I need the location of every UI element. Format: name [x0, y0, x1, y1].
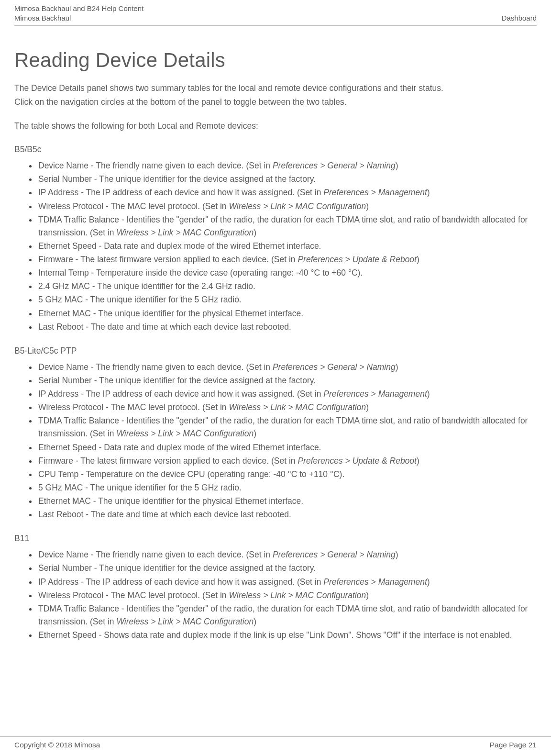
list-item-tail: ) [417, 255, 419, 264]
list-item-tail: ) [253, 228, 256, 237]
list-item-text: IP Address - The IP address of each devi… [38, 188, 323, 197]
list-item: Wireless Protocol - The MAC level protoc… [37, 200, 537, 213]
nav-path: Preferences > Update & Reboot [298, 255, 417, 264]
detail-list: Device Name - The friendly name given to… [14, 548, 537, 642]
list-item-tail: ) [396, 362, 398, 372]
list-item: Device Name - The friendly name given to… [37, 361, 537, 374]
list-item-tail: ) [396, 550, 398, 559]
list-item-text: Ethernet Speed - Shows data rate and dup… [38, 630, 512, 640]
nav-path: Wireless > Link > MAC Configuration [116, 228, 253, 237]
list-item-text: IP Address - The IP address of each devi… [38, 577, 323, 587]
list-item: 5 GHz MAC - The unique identifier for th… [37, 293, 537, 306]
page-title: Reading Device Details [14, 49, 537, 72]
header-line2-right: Dashboard [502, 13, 537, 23]
list-item-text: TDMA Traffic Balance - Identifies the "g… [38, 215, 528, 237]
nav-path: Wireless > Link > MAC Configuration [116, 429, 253, 438]
nav-path: Preferences > General > Naming [273, 161, 396, 170]
list-item-text: Last Reboot - The date and time at which… [38, 510, 291, 519]
nav-path: Preferences > Management [323, 188, 427, 197]
list-item-text: Device Name - The friendly name given to… [38, 362, 273, 372]
nav-path: Wireless > Link > MAC Configuration [229, 590, 366, 600]
list-item-text: Serial Number - The unique identifier fo… [38, 563, 316, 573]
list-item: Device Name - The friendly name given to… [37, 159, 537, 172]
list-item: IP Address - The IP address of each devi… [37, 186, 537, 199]
list-item-tail: ) [427, 577, 430, 587]
page-footer: Copyright © 2018 Mimosa Page Page 21 [0, 736, 551, 749]
list-item-text: Wireless Protocol - The MAC level protoc… [38, 590, 229, 600]
list-item: 2.4 GHz MAC - The unique identifier for … [37, 280, 537, 293]
list-item-text: Ethernet Speed - Data rate and duplex mo… [38, 443, 321, 452]
list-item: IP Address - The IP address of each devi… [37, 576, 537, 589]
list-item-text: Internal Temp - Temperature inside the d… [38, 268, 363, 278]
list-item-text: TDMA Traffic Balance - Identifies the "g… [38, 416, 528, 438]
intro-paragraph-1: The Device Details panel shows two summa… [14, 82, 537, 94]
list-item-text: CPU Temp - Temperature on the device CPU… [38, 469, 344, 479]
list-item-text: Serial Number - The unique identifier fo… [38, 376, 316, 385]
header-line2-left: Mimosa Backhaul [14, 13, 71, 23]
detail-list: Device Name - The friendly name given to… [14, 361, 537, 522]
list-item-text: 5 GHz MAC - The unique identifier for th… [38, 295, 242, 304]
list-item: Device Name - The friendly name given to… [37, 548, 537, 561]
list-item-text: Firmware - The latest firmware version a… [38, 456, 298, 466]
list-item-text: Firmware - The latest firmware version a… [38, 255, 298, 264]
list-item: Wireless Protocol - The MAC level protoc… [37, 401, 537, 414]
list-item: Serial Number - The unique identifier fo… [37, 562, 537, 575]
list-item: Serial Number - The unique identifier fo… [37, 374, 537, 387]
list-item-text: Device Name - The friendly name given to… [38, 161, 273, 170]
list-item: TDMA Traffic Balance - Identifies the "g… [37, 602, 537, 628]
section-heading: B11 [14, 534, 537, 544]
nav-path: Wireless > Link > MAC Configuration [116, 617, 253, 626]
list-item-tail: ) [253, 617, 256, 626]
section-heading: B5/B5c [14, 145, 537, 155]
list-item: Ethernet Speed - Data rate and duplex mo… [37, 240, 537, 253]
detail-list: Device Name - The friendly name given to… [14, 159, 537, 334]
list-item: TDMA Traffic Balance - Identifies the "g… [37, 213, 537, 239]
footer-copyright: Copyright © 2018 Mimosa [14, 741, 100, 749]
nav-path: Wireless > Link > MAC Configuration [229, 201, 366, 211]
intro-paragraph-2: Click on the navigation circles at the b… [14, 96, 537, 108]
list-item: Serial Number - The unique identifier fo… [37, 173, 537, 186]
nav-path: Preferences > Update & Reboot [298, 456, 417, 466]
intro-paragraph-3: The table shows the following for both L… [14, 120, 537, 132]
list-item: Ethernet MAC - The unique identifier for… [37, 307, 537, 320]
list-item-text: Ethernet Speed - Data rate and duplex mo… [38, 241, 321, 251]
list-item: Internal Temp - Temperature inside the d… [37, 267, 537, 279]
list-item: Last Reboot - The date and time at which… [37, 321, 537, 334]
list-item-tail: ) [396, 161, 398, 170]
list-item-tail: ) [366, 402, 369, 412]
list-item-tail: ) [417, 456, 419, 466]
list-item: IP Address - The IP address of each devi… [37, 388, 537, 400]
list-item-text: Serial Number - The unique identifier fo… [38, 174, 316, 184]
list-item-tail: ) [427, 188, 430, 197]
list-item-text: Device Name - The friendly name given to… [38, 550, 273, 559]
list-item-text: Last Reboot - The date and time at which… [38, 322, 291, 332]
list-item: Last Reboot - The date and time at which… [37, 508, 537, 521]
list-item-tail: ) [366, 590, 369, 600]
section-heading: B5-Lite/C5c PTP [14, 346, 537, 356]
nav-path: Preferences > Management [323, 577, 427, 587]
list-item: Ethernet Speed - Shows data rate and dup… [37, 629, 537, 642]
list-item: 5 GHz MAC - The unique identifier for th… [37, 481, 537, 494]
list-item: Ethernet MAC - The unique identifier for… [37, 495, 537, 508]
list-item-text: Ethernet MAC - The unique identifier for… [38, 496, 303, 506]
list-item-text: Ethernet MAC - The unique identifier for… [38, 309, 303, 318]
list-item-text: Wireless Protocol - The MAC level protoc… [38, 201, 229, 211]
list-item: Firmware - The latest firmware version a… [37, 455, 537, 467]
list-item-text: Wireless Protocol - The MAC level protoc… [38, 402, 229, 412]
nav-path: Preferences > Management [323, 389, 427, 399]
list-item-text: IP Address - The IP address of each devi… [38, 389, 323, 399]
list-item: Ethernet Speed - Data rate and duplex mo… [37, 441, 537, 454]
list-item-tail: ) [427, 389, 430, 399]
list-item: TDMA Traffic Balance - Identifies the "g… [37, 414, 537, 440]
list-item: Firmware - The latest firmware version a… [37, 253, 537, 266]
nav-path: Preferences > General > Naming [273, 362, 396, 372]
list-item-tail: ) [253, 429, 256, 438]
nav-path: Preferences > General > Naming [273, 550, 396, 559]
list-item-text: 2.4 GHz MAC - The unique identifier for … [38, 281, 255, 291]
list-item: Wireless Protocol - The MAC level protoc… [37, 589, 537, 602]
footer-page-number: Page Page 21 [490, 741, 537, 749]
page-header: Mimosa Backhaul and B24 Help Content Mim… [14, 4, 537, 26]
header-line1: Mimosa Backhaul and B24 Help Content [14, 4, 537, 13]
list-item-text: TDMA Traffic Balance - Identifies the "g… [38, 604, 528, 626]
nav-path: Wireless > Link > MAC Configuration [229, 402, 366, 412]
